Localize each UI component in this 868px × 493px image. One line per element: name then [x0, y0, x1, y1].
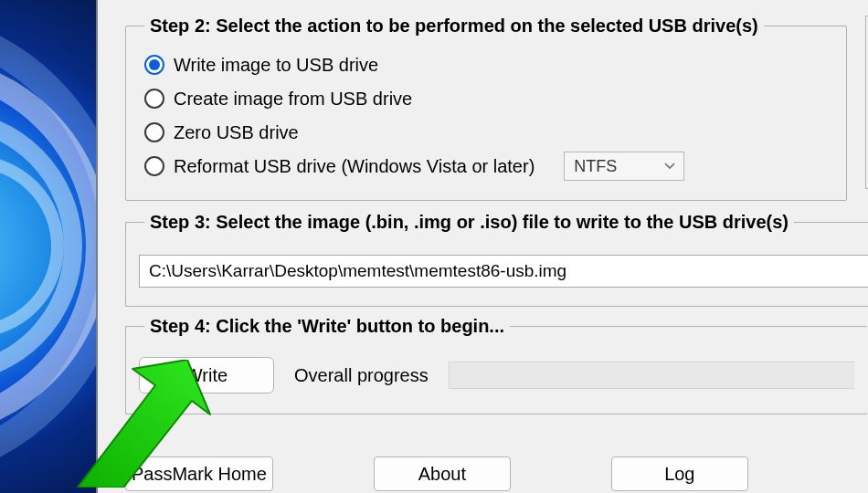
app-window: Step 2: Select the action to be performe…: [96, 0, 868, 493]
write-button[interactable]: Write: [139, 357, 274, 393]
filesystem-select[interactable]: NTFS: [564, 152, 684, 181]
step3-legend: Step 3: Select the image (.bin, .img or …: [144, 212, 794, 233]
radio-create-image[interactable]: Create image from USB drive: [144, 84, 833, 113]
radio-write-image[interactable]: Write image to USB drive: [144, 50, 833, 79]
radio-icon: [144, 55, 164, 75]
log-button[interactable]: Log: [611, 456, 748, 491]
radio-zero-drive[interactable]: Zero USB drive: [144, 118, 833, 147]
step4-legend: Step 4: Click the 'Write' button to begi…: [144, 316, 510, 337]
desktop-wallpaper: [0, 0, 96, 493]
filesystem-select-value: NTFS: [574, 157, 617, 176]
radio-label: Write image to USB drive: [174, 55, 378, 76]
step4-groupbox: Step 4: Click the 'Write' button to begi…: [125, 316, 867, 414]
radio-icon: [144, 122, 164, 142]
image-path-value: C:\Users\Karrar\Desktop\memtest\memtest8…: [149, 261, 566, 281]
image-path-field[interactable]: C:\Users\Karrar\Desktop\memtest\memtest8…: [139, 255, 868, 288]
about-button[interactable]: About: [374, 456, 511, 491]
step2-legend: Step 2: Select the action to be performe…: [144, 16, 764, 37]
radio-icon: [144, 89, 164, 109]
overall-progress-label: Overall progress: [294, 365, 429, 386]
step2-groupbox: Step 2: Select the action to be performe…: [125, 16, 847, 201]
radio-label: Reformat USB drive (Windows Vista or lat…: [174, 156, 535, 177]
radio-reformat-drive[interactable]: Reformat USB drive (Windows Vista or lat…: [144, 152, 833, 181]
radio-label: Zero USB drive: [174, 122, 299, 143]
overall-progress-bar: [449, 362, 854, 389]
passmark-home-button[interactable]: PassMark Home: [125, 456, 273, 491]
footer-buttons: PassMark Home About Log: [125, 456, 867, 491]
step3-groupbox: Step 3: Select the image (.bin, .img or …: [125, 212, 868, 307]
chevron-down-icon: [663, 160, 676, 173]
radio-label: Create image from USB drive: [174, 89, 412, 110]
radio-icon: [144, 156, 164, 176]
